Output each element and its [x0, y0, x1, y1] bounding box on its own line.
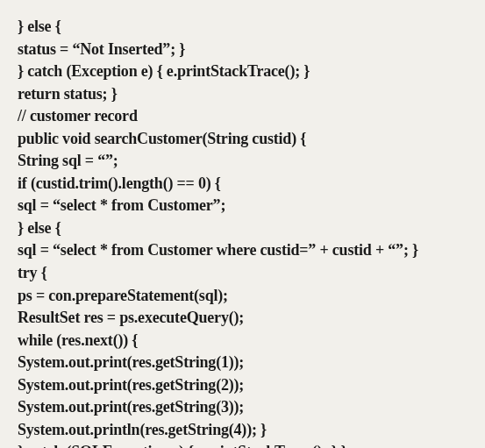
- code-line: return status; }: [18, 83, 467, 106]
- code-line: System.out.println(res.getString(4)); }: [18, 419, 467, 442]
- code-line: String sql = “”;: [18, 150, 467, 173]
- code-line: } catch (SQLException e) {e.printStackTr…: [18, 441, 467, 448]
- code-block: } else { status = “Not Inserted”; } } ca…: [18, 16, 467, 448]
- code-line: } else {: [18, 16, 467, 39]
- code-line: } else {: [18, 217, 467, 240]
- code-line: System.out.print(res.getString(1));: [18, 352, 467, 374]
- code-line: if (custid.trim().length() == 0) {: [18, 173, 467, 196]
- code-line: try {: [18, 262, 467, 285]
- code-line: System.out.print(res.getString(2));: [18, 374, 467, 397]
- code-line: public void searchCustomer(String custid…: [18, 128, 467, 151]
- code-line: sql = “select * from Customer where cust…: [18, 239, 467, 262]
- code-line: sql = “select * from Customer”;: [18, 195, 467, 217]
- code-line: ps = con.prepareStatement(sql);: [18, 285, 467, 308]
- code-line: while (res.next()) {: [18, 330, 467, 352]
- code-line: // customer record: [18, 105, 467, 128]
- code-line: ResultSet res = ps.executeQuery();: [18, 307, 467, 330]
- code-line: } catch (Exception e) { e.printStackTrac…: [18, 60, 467, 83]
- code-line: status = “Not Inserted”; }: [18, 39, 467, 61]
- code-line: System.out.print(res.getString(3));: [18, 396, 467, 419]
